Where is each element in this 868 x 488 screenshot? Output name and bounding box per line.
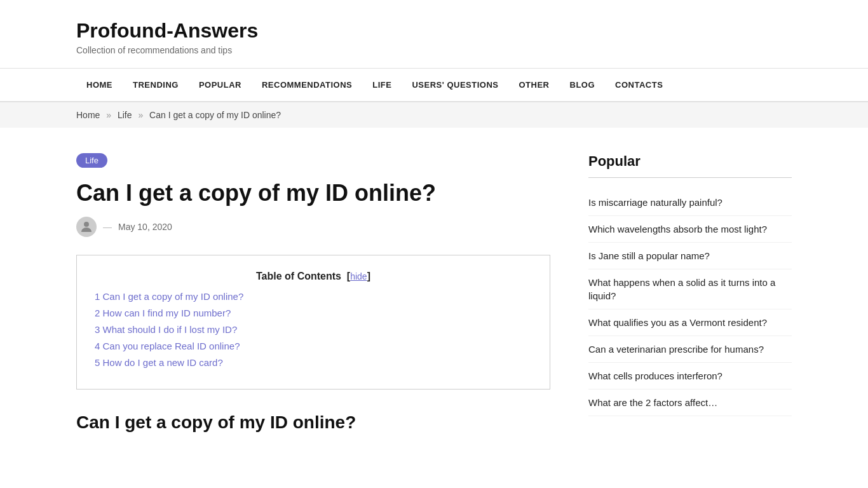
sidebar-link[interactable]: What happens when a solid as it turns in… (588, 269, 792, 309)
toc-link[interactable]: 1 Can I get a copy of my ID online? (95, 291, 243, 302)
svg-point-0 (84, 222, 89, 227)
toc-item: 2 How can I find my ID number? (95, 308, 532, 319)
main-content: Life Can I get a copy of my ID online? —… (76, 153, 550, 433)
nav-item: CONTACTS (605, 69, 673, 101)
breadcrumb-sep1: » (106, 110, 111, 120)
toc-hide-link[interactable]: hide (350, 271, 367, 281)
author-dash: — (103, 222, 112, 232)
sidebar-link[interactable]: What cells produces interferon? (588, 363, 792, 390)
breadcrumb: Home » Life » Can I get a copy of my ID … (0, 102, 868, 128)
main-nav: HOMETRENDINGPOPULARRECOMMENDATIONSLIFEUS… (0, 69, 868, 102)
sidebar-link[interactable]: Is miscarriage naturally painful? (588, 189, 792, 216)
list-item: Is Jane still a popular name? (588, 243, 792, 269)
nav-link[interactable]: TRENDING (123, 69, 189, 101)
sidebar-link[interactable]: What qualifies you as a Vermont resident… (588, 309, 792, 336)
nav-item: OTHER (509, 69, 560, 101)
list-item: What cells produces interferon? (588, 363, 792, 390)
sidebar-title: Popular (588, 153, 792, 170)
toc-list: 1 Can I get a copy of my ID online?2 How… (95, 291, 532, 369)
avatar (76, 217, 97, 237)
breadcrumb-current: Can I get a copy of my ID online? (149, 110, 281, 120)
nav-item: USERS' QUESTIONS (402, 69, 508, 101)
author-row: — May 10, 2020 (76, 217, 550, 237)
list-item: What happens when a solid as it turns in… (588, 269, 792, 309)
article-date: May 10, 2020 (118, 222, 172, 232)
nav-item: TRENDING (123, 69, 189, 101)
nav-link[interactable]: BLOG (560, 69, 606, 101)
sidebar-link[interactable]: Which wavelengths absorb the most light? (588, 216, 792, 243)
nav-item: LIFE (362, 69, 402, 101)
section-heading: Can I get a copy of my ID online? (76, 412, 550, 433)
sidebar: Popular Is miscarriage naturally painful… (588, 153, 792, 433)
toc-item: 1 Can I get a copy of my ID online? (95, 291, 532, 302)
sidebar-link[interactable]: What are the 2 factors affect… (588, 390, 792, 416)
nav-item: HOME (76, 69, 123, 101)
toc-link[interactable]: 4 Can you replace Real ID online? (95, 341, 240, 351)
article-title: Can I get a copy of my ID online? (76, 179, 550, 207)
nav-item: RECOMMENDATIONS (252, 69, 362, 101)
breadcrumb-home[interactable]: Home (76, 110, 100, 120)
nav-link[interactable]: USERS' QUESTIONS (402, 69, 508, 101)
site-tagline: Collection of recommendations and tips (76, 45, 792, 55)
sidebar-divider (588, 177, 792, 178)
table-of-contents: Table of Contents [hide] 1 Can I get a c… (76, 255, 550, 390)
site-header: Profound-Answers Collection of recommend… (0, 0, 868, 69)
nav-link[interactable]: HOME (76, 69, 123, 101)
breadcrumb-life[interactable]: Life (118, 110, 132, 120)
list-item: Can a veterinarian prescribe for humans? (588, 336, 792, 363)
sidebar-links: Is miscarriage naturally painful?Which w… (588, 189, 792, 416)
toc-link[interactable]: 2 How can I find my ID number? (95, 308, 231, 318)
breadcrumb-sep2: » (138, 110, 143, 120)
list-item: Is miscarriage naturally painful? (588, 189, 792, 216)
nav-link[interactable]: OTHER (509, 69, 560, 101)
content-area: Life Can I get a copy of my ID online? —… (0, 128, 868, 458)
site-title: Profound-Answers (76, 19, 792, 43)
nav-link[interactable]: LIFE (362, 69, 402, 101)
toc-link[interactable]: 3 What should I do if I lost my ID? (95, 324, 237, 335)
list-item: Which wavelengths absorb the most light? (588, 216, 792, 243)
nav-link[interactable]: CONTACTS (605, 69, 673, 101)
category-badge[interactable]: Life (76, 153, 107, 168)
sidebar-link[interactable]: Is Jane still a popular name? (588, 243, 792, 269)
nav-link[interactable]: POPULAR (189, 69, 252, 101)
list-item: What qualifies you as a Vermont resident… (588, 309, 792, 336)
toc-link[interactable]: 5 How do I get a new ID card? (95, 357, 223, 368)
nav-item: BLOG (560, 69, 606, 101)
sidebar-link[interactable]: Can a veterinarian prescribe for humans? (588, 336, 792, 363)
toc-item: 4 Can you replace Real ID online? (95, 341, 532, 352)
list-item: What are the 2 factors affect… (588, 390, 792, 416)
toc-item: 5 How do I get a new ID card? (95, 357, 532, 369)
toc-item: 3 What should I do if I lost my ID? (95, 324, 532, 336)
nav-link[interactable]: RECOMMENDATIONS (252, 69, 362, 101)
toc-title: Table of Contents [hide] (95, 271, 532, 282)
nav-item: POPULAR (189, 69, 252, 101)
